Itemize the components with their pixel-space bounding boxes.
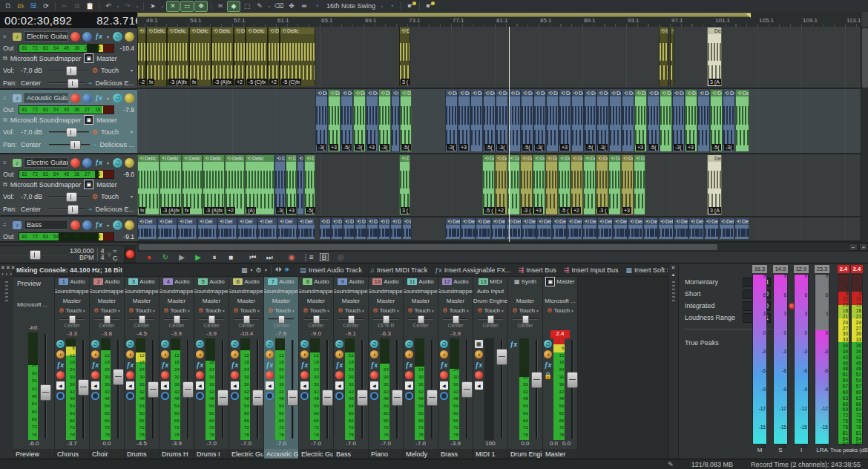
eraser-tool-icon[interactable]: ⌫ bbox=[273, 1, 285, 11]
gain-icon[interactable]: ◑ bbox=[91, 350, 99, 358]
gain-icon[interactable]: ◑ bbox=[335, 350, 343, 358]
phase-icon[interactable]: ∅ bbox=[113, 94, 122, 103]
audio-clip[interactable]: ⟲Del bbox=[552, 218, 567, 239]
volume-fader[interactable] bbox=[217, 338, 228, 440]
volume-fader[interactable] bbox=[77, 338, 88, 440]
pause-button[interactable]: ⏸ bbox=[208, 252, 220, 262]
audio-clip[interactable]: ⟲Del+3 bbox=[366, 90, 378, 151]
audio-clip[interactable]: ⟲Del bbox=[674, 218, 688, 239]
audio-clip[interactable]: ⟲Del bbox=[628, 218, 643, 239]
audio-clip[interactable]: ⟲Del-5( bbox=[341, 90, 353, 151]
audio-clip[interactable]: ⟲Del bbox=[177, 218, 197, 239]
fx-plugin-name[interactable]: Delicious E... bbox=[95, 206, 134, 213]
collapse-icon[interactable]: ‹ bbox=[9, 272, 13, 277]
mixer-channel-strip[interactable]: 3AudioSoundmapperMaster⚙Touch▾Center-4.5… bbox=[125, 277, 160, 459]
fx-icon[interactable]: ƒx bbox=[300, 361, 309, 369]
audio-clip[interactable]: ⟲Del+3 bbox=[533, 155, 545, 214]
close-icon[interactable]: ✕ bbox=[1, 265, 5, 270]
phase-icon[interactable]: ∅ bbox=[56, 340, 65, 348]
record-icon[interactable] bbox=[196, 371, 204, 379]
fader-handle[interactable] bbox=[461, 381, 473, 398]
open-folder-icon[interactable]: 🗁 bbox=[15, 1, 27, 11]
mixer-channel-strip[interactable]: 7AudioSoundmapperMaster⚙Touch▾Center-7.9… bbox=[264, 277, 299, 459]
automation-mode-selector[interactable]: ⚙Touch▾ bbox=[229, 306, 263, 315]
mixer-channel-strip[interactable]: 1AudioSoundmapperMaster⚙Touch▾Center-3.3… bbox=[55, 277, 90, 459]
audio-clip[interactable]: ⟲Del+3 bbox=[286, 155, 297, 214]
fader-handle[interactable] bbox=[427, 390, 438, 406]
mixer-channel-strip[interactable]: 5AudioSoundmapperMaster⚙Touch▾Center-3.9… bbox=[194, 277, 229, 459]
mute-icon[interactable] bbox=[126, 392, 134, 400]
time-signature[interactable]: 44 bbox=[97, 248, 105, 260]
audio-clip[interactable]: ⟲Del bbox=[608, 155, 621, 214]
dropdown-icon[interactable]: ▾ bbox=[249, 267, 254, 272]
volume-slider-handle[interactable] bbox=[66, 66, 77, 76]
insert-assignable-fx-button[interactable]: ƒxInsert Assignable FX... bbox=[431, 266, 515, 274]
audio-clip[interactable]: ⟲Del-3( bbox=[533, 90, 546, 151]
audio-clip[interactable]: ⟲Del bbox=[734, 218, 749, 239]
bus-name[interactable]: Master bbox=[96, 117, 117, 124]
audio-clip[interactable]: ⟲Del-3 ( bbox=[596, 155, 608, 214]
audio-clip[interactable]: ⟲Del3 (A bbox=[707, 155, 722, 214]
record-icon[interactable] bbox=[231, 371, 239, 379]
fx-icon[interactable]: ƒx bbox=[56, 361, 65, 369]
mixer-channel-strip[interactable]: 8AudioSoundmapperMaster⚙Touch▾Center-9.0… bbox=[299, 277, 334, 459]
dropdown-icon[interactable]: ▾ bbox=[105, 32, 111, 42]
insert-bus-button[interactable]: ⇶Insert Bus bbox=[515, 266, 560, 274]
go-to-end-button[interactable]: ⏭ bbox=[263, 252, 275, 262]
play-button[interactable]: ▶ bbox=[192, 252, 204, 262]
audio-clip[interactable]: ⟲Delicfx bbox=[182, 155, 203, 214]
audio-clip[interactable]: ⟲Del bbox=[366, 218, 378, 239]
gain-icon[interactable]: ◑ bbox=[161, 350, 169, 358]
audio-clip[interactable]: ⟲Del bbox=[735, 90, 749, 151]
mute-icon[interactable] bbox=[82, 220, 92, 230]
automation-mode-selector[interactable]: ⚙Touch▾ bbox=[334, 306, 368, 315]
close-icon[interactable]: ✕ bbox=[6, 265, 10, 270]
audio-clip[interactable]: ⟲Delic(A) bbox=[245, 155, 274, 214]
volume-fader[interactable] bbox=[321, 338, 332, 440]
dropdown-icon[interactable]: ▾ bbox=[105, 94, 111, 103]
fx-icon[interactable]: ƒx bbox=[544, 361, 552, 369]
monitor-icon[interactable]: ◀ bbox=[266, 381, 274, 390]
record-button[interactable]: ● bbox=[143, 252, 155, 262]
audio-clip[interactable]: ⟲Del bbox=[197, 218, 217, 239]
audio-clip[interactable]: ⟲Del-5 ( bbox=[482, 155, 495, 214]
envelope-tool-icon[interactable]: ✕ bbox=[166, 1, 180, 12]
fader-handle[interactable] bbox=[357, 390, 368, 406]
volume-slider[interactable] bbox=[49, 66, 89, 74]
dropdown-icon[interactable]: ▾ bbox=[129, 127, 134, 137]
hand-pan-icon[interactable]: ☛ bbox=[423, 1, 435, 11]
fx-icon[interactable]: ƒx bbox=[196, 361, 204, 369]
pan-control[interactable]: Center bbox=[264, 315, 298, 330]
dropdown-icon[interactable]: ▾ bbox=[105, 220, 111, 230]
pan-slider[interactable] bbox=[49, 205, 85, 213]
audio-clip[interactable]: ⟲Del bbox=[297, 218, 315, 239]
project-key[interactable]: ⑂= C bbox=[108, 247, 121, 262]
audio-clip[interactable]: ⟲Del+2 bbox=[268, 27, 280, 86]
track-name-input[interactable]: Electric Guitar B bbox=[24, 157, 68, 168]
grid-icon[interactable]: ▦ bbox=[475, 340, 483, 348]
vertical-scrollbar-thumb[interactable] bbox=[862, 28, 868, 88]
gain-icon[interactable]: ◑ bbox=[475, 350, 483, 358]
mute-icon[interactable] bbox=[82, 158, 92, 168]
device-name[interactable]: Microsoft Soundmapper bbox=[10, 55, 82, 62]
gain-icon[interactable]: ◑ bbox=[266, 350, 274, 358]
audio-clip[interactable]: ⟲Del-3( bbox=[723, 90, 735, 151]
automation-mode[interactable]: Touch bbox=[101, 67, 126, 74]
record-icon[interactable] bbox=[91, 371, 99, 379]
dropdown-icon[interactable]: ▾ bbox=[266, 1, 272, 11]
audio-clip[interactable]: ⟲Del bbox=[461, 218, 476, 239]
loop-playback-button[interactable]: ↻ bbox=[160, 252, 171, 262]
track-name-input[interactable]: Electric Guitar C bbox=[24, 31, 68, 42]
track-name-input[interactable]: Bass bbox=[24, 220, 68, 230]
mute-icon[interactable] bbox=[440, 392, 448, 400]
mixer-channel-strip[interactable]: 13MIDIAuto InputDrum Engine⚙Touch▾Center… bbox=[473, 277, 508, 459]
fader-handle[interactable] bbox=[496, 349, 507, 365]
strip-name[interactable]: Master bbox=[543, 449, 577, 459]
pan-control[interactable]: Center bbox=[194, 315, 228, 330]
gain-icon[interactable]: ◑ bbox=[440, 350, 448, 358]
device-name[interactable]: Microsoft Soundmapper bbox=[10, 117, 82, 124]
strip-name[interactable]: Electric Gui... bbox=[299, 449, 333, 459]
bus-icon[interactable]: ▣ bbox=[84, 180, 93, 189]
fader-handle[interactable] bbox=[531, 372, 542, 388]
group-tool-icon[interactable]: ⚏ bbox=[180, 1, 194, 12]
